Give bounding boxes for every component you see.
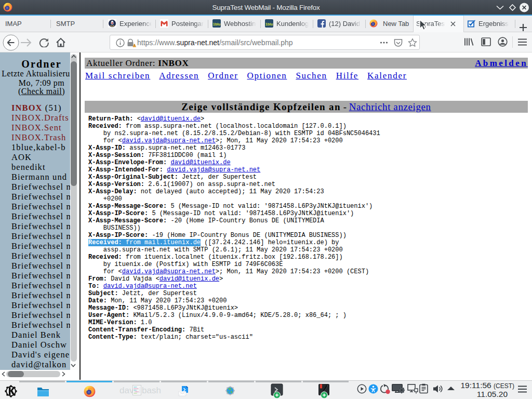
svg-text:1blu: 1blu xyxy=(213,22,220,26)
svg-text:1blu: 1blu xyxy=(265,22,273,26)
